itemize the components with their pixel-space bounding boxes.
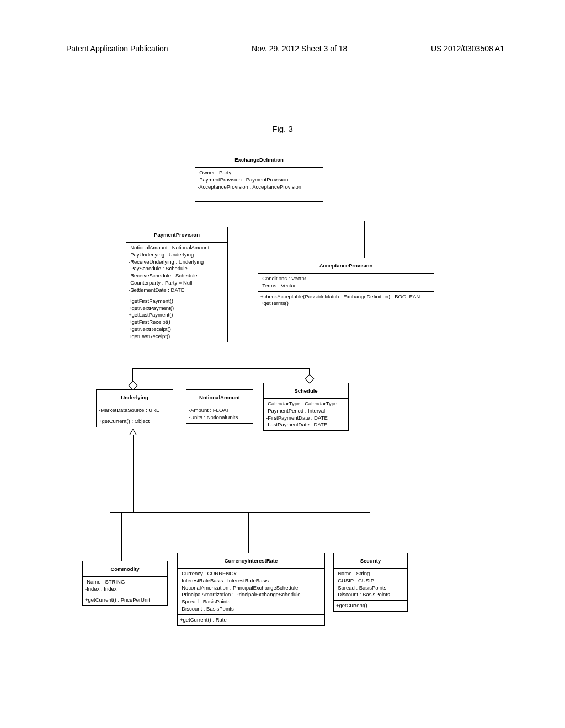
- class-title: Commodity: [83, 561, 167, 576]
- class-ops: +getFirstPayment() +getNextPayment() +ge…: [126, 296, 227, 342]
- class-attrs: -Name : STRING -Index : Index: [83, 576, 167, 595]
- connector: [152, 346, 152, 368]
- uml-diamond-icon: [129, 381, 138, 390]
- connector: [364, 221, 365, 258]
- connector: [370, 512, 370, 553]
- class-schedule: Schedule -CalendarType : CalendarType -P…: [263, 383, 349, 431]
- connector: [177, 221, 364, 221]
- page-header: Patent Application Publication Nov. 29, …: [0, 44, 565, 53]
- connector: [121, 512, 122, 561]
- class-ops: +getCurrent() : PricePerUnit: [83, 595, 167, 606]
- class-attrs: -Amount : FLOAT -Units : NotionalUnits: [186, 405, 253, 423]
- class-attrs: -Owner : Party -PaymentProvision : Payme…: [195, 167, 323, 192]
- connector: [220, 346, 220, 389]
- connector: [133, 435, 134, 512]
- header-right: US 2012/0303508 A1: [431, 44, 504, 53]
- figure-label: Fig. 3: [0, 124, 565, 133]
- header-center: Nov. 29, 2012 Sheet 3 of 18: [252, 44, 347, 53]
- class-title: PaymentProvision: [126, 227, 227, 242]
- class-commodity: Commodity -Name : STRING -Index : Index …: [82, 561, 168, 606]
- connector: [110, 512, 370, 513]
- class-title: CurrencyInterestRate: [178, 553, 324, 568]
- class-attrs: -Conditions : Vector -Terms : Vector: [258, 273, 434, 291]
- class-title: Security: [334, 553, 407, 568]
- class-title: Underlying: [97, 390, 173, 405]
- class-currency-interest-rate: CurrencyInterestRate -Currency : CURRENC…: [177, 553, 325, 626]
- class-ops-empty: [195, 192, 323, 201]
- class-title: ExchangeDefinition: [195, 152, 323, 167]
- class-ops: +getCurrent(): [334, 600, 407, 611]
- class-attrs: -MarketDataSource : URL: [97, 405, 173, 416]
- class-ops: +checkAcceptable(PossibleMatch : Exchang…: [258, 291, 434, 309]
- class-title: AcceptanceProvision: [258, 258, 434, 273]
- class-underlying: Underlying -MarketDataSource : URL +getC…: [96, 389, 173, 427]
- header-left: Patent Application Publication: [66, 44, 168, 53]
- connector: [248, 512, 249, 553]
- class-ops: +getCurrent() : Rate: [178, 614, 324, 625]
- class-exchange-definition: ExchangeDefinition -Owner : Party -Payme…: [195, 152, 323, 202]
- class-payment-provision: PaymentProvision -NotionalAmount : Notio…: [126, 227, 228, 342]
- class-attrs: -Name : String -CUSIP : CUSIP -Spread : …: [334, 568, 407, 600]
- class-acceptance-provision: AcceptanceProvision -Conditions : Vector…: [258, 258, 434, 309]
- class-notional-amount: NotionalAmount -Amount : FLOAT -Units : …: [186, 389, 253, 424]
- uml-inheritance-icon: [129, 429, 137, 435]
- class-security: Security -Name : String -CUSIP : CUSIP -…: [333, 553, 408, 612]
- connector: [132, 368, 309, 369]
- class-attrs: -Currency : CURRENCY -InterestRateBasis …: [178, 568, 324, 614]
- class-attrs: -CalendarType : CalendarType -PaymentPer…: [264, 398, 348, 430]
- class-title: NotionalAmount: [186, 390, 253, 405]
- class-ops: +getCurrent() : Object: [97, 416, 173, 427]
- connector: [259, 205, 259, 221]
- connector: [177, 221, 177, 227]
- class-title: Schedule: [264, 383, 348, 398]
- class-attrs: -NotionalAmount : NotionalAmount -PayUnd…: [126, 242, 227, 296]
- uml-diamond-icon: [305, 374, 315, 384]
